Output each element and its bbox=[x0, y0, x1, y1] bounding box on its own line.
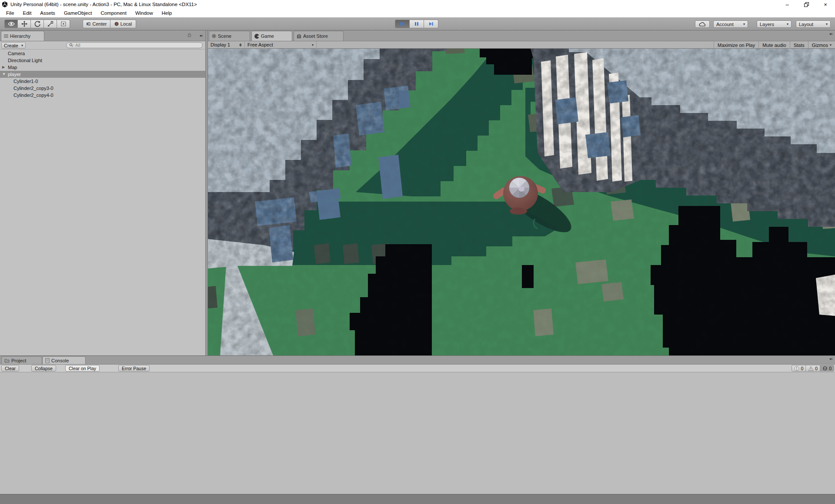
item-label: Cylinder1-0 bbox=[13, 78, 38, 85]
restore-button[interactable] bbox=[797, 0, 816, 9]
error-pause-toggle[interactable]: Error Pause bbox=[118, 365, 150, 371]
display-dropdown[interactable]: Display 1 bbox=[208, 41, 245, 49]
tab-game[interactable]: Game bbox=[251, 31, 292, 41]
tab-asset-store[interactable]: Asset Store bbox=[294, 31, 344, 41]
tab-hierarchy[interactable]: Hierarchy bbox=[1, 31, 44, 41]
mute-audio-toggle[interactable]: Mute audio bbox=[758, 41, 789, 49]
error-filter-button[interactable]: 0 bbox=[820, 365, 834, 371]
asset-store-icon bbox=[297, 34, 301, 39]
account-dropdown[interactable]: Account▾ bbox=[713, 20, 748, 28]
pause-button[interactable] bbox=[409, 20, 424, 28]
scale-tool-icon bbox=[47, 21, 53, 27]
console-tab-strip: Project Console ▾≡ bbox=[0, 356, 835, 365]
collapse-toggle[interactable]: Collapse bbox=[31, 365, 56, 371]
clear-on-play-toggle[interactable]: Clear on Play bbox=[65, 365, 100, 371]
menu-help[interactable]: Help bbox=[157, 9, 177, 17]
hierarchy-panel: Hierarchy ▾≡ Create▾ Camera Directional … bbox=[0, 30, 205, 355]
hierarchy-item-map[interactable]: ▶Map bbox=[0, 64, 205, 71]
pivot-toggle-button[interactable]: Center bbox=[83, 20, 110, 28]
hierarchy-search bbox=[66, 42, 203, 48]
search-input[interactable] bbox=[75, 43, 200, 48]
hierarchy-item-camera[interactable]: Camera bbox=[0, 50, 205, 57]
layout-label: Layout bbox=[799, 22, 813, 27]
rect-tool-icon bbox=[60, 21, 67, 27]
clear-button[interactable]: Clear bbox=[1, 365, 19, 371]
hand-tool-button[interactable] bbox=[4, 20, 18, 28]
folder-icon bbox=[4, 358, 10, 363]
pane-menu-icon[interactable]: ▾≡ bbox=[200, 34, 203, 38]
pause-icon bbox=[414, 21, 419, 27]
create-dropdown[interactable]: Create▾ bbox=[1, 42, 26, 49]
restore-icon bbox=[804, 2, 809, 7]
console-panel: Project Console ▾≡ Clear Collapse Clear … bbox=[0, 355, 835, 494]
chevron-down-icon: ▾ bbox=[312, 43, 314, 47]
chevron-down-icon: ▾ bbox=[830, 43, 832, 47]
warning-filter-button[interactable]: 0 bbox=[805, 365, 820, 371]
hand-tool-icon bbox=[8, 21, 15, 27]
menu-file[interactable]: File bbox=[2, 9, 19, 17]
step-button[interactable] bbox=[424, 20, 438, 28]
minimize-button[interactable]: – bbox=[778, 0, 797, 9]
unity-editor-window: Unity Personal (64bit) - scene.unity - A… bbox=[0, 0, 835, 504]
hierarchy-item-cylinder2-copy4[interactable]: Cylinder2_copy4-0 bbox=[0, 92, 205, 99]
move-tool-icon bbox=[21, 21, 27, 27]
rotate-tool-button[interactable] bbox=[30, 20, 44, 28]
rect-tool-button[interactable] bbox=[57, 20, 70, 28]
info-filter-button[interactable]: 0 bbox=[792, 365, 806, 371]
move-tool-button[interactable] bbox=[17, 20, 31, 28]
tab-game-label: Game bbox=[261, 33, 274, 39]
account-label: Account bbox=[716, 22, 734, 27]
item-label: Map bbox=[8, 64, 17, 71]
tab-console-label: Console bbox=[51, 358, 69, 363]
game-panel: Scene Game Asset Store ▾≡ Display 1 Free… bbox=[208, 30, 835, 355]
aspect-dropdown[interactable]: Free Aspect ▾ bbox=[245, 41, 317, 49]
error-icon bbox=[822, 366, 828, 371]
menu-gameobject[interactable]: GameObject bbox=[60, 9, 97, 17]
hierarchy-toolbar: Create▾ bbox=[0, 41, 205, 50]
tab-scene[interactable]: Scene bbox=[209, 31, 250, 41]
expander-expanded-icon[interactable]: ▼ bbox=[2, 71, 6, 78]
pane-menu-icon[interactable]: ▾≡ bbox=[829, 32, 832, 36]
close-button[interactable]: × bbox=[816, 0, 835, 9]
layers-dropdown[interactable]: Layers▾ bbox=[757, 20, 792, 28]
item-label: Cylinder2_copy3-0 bbox=[13, 85, 53, 92]
expander-collapsed-icon[interactable]: ▶ bbox=[2, 64, 5, 71]
game-viewport[interactable] bbox=[208, 49, 835, 355]
hierarchy-item-cylinder1[interactable]: Cylinder1-0 bbox=[0, 78, 205, 85]
cloud-services-button[interactable] bbox=[695, 20, 710, 28]
menu-window[interactable]: Window bbox=[131, 9, 157, 17]
layout-dropdown[interactable]: Layout▾ bbox=[796, 20, 831, 28]
tab-console[interactable]: Console bbox=[42, 356, 86, 364]
scale-tool-button[interactable] bbox=[43, 20, 57, 28]
maximize-on-play-toggle[interactable]: Maximize on Play bbox=[714, 41, 758, 49]
chevron-down-icon: ▾ bbox=[21, 43, 23, 47]
console-log-area[interactable] bbox=[0, 372, 835, 494]
menu-edit[interactable]: Edit bbox=[19, 9, 36, 17]
hierarchy-item-directional-light[interactable]: Directional Light bbox=[0, 57, 205, 64]
gizmos-dropdown[interactable]: Gizmos▾ bbox=[808, 41, 835, 49]
menu-component[interactable]: Component bbox=[96, 9, 130, 17]
globe-icon bbox=[114, 22, 119, 26]
window-title: Unity Personal (64bit) - scene.unity - A… bbox=[10, 2, 197, 7]
hierarchy-item-cylinder2-copy3[interactable]: Cylinder2_copy3-0 bbox=[0, 85, 205, 92]
display-label: Display 1 bbox=[210, 42, 230, 47]
updown-arrows-icon bbox=[239, 43, 242, 46]
step-icon bbox=[428, 21, 434, 27]
menu-assets[interactable]: Assets bbox=[36, 9, 60, 17]
tab-project[interactable]: Project bbox=[1, 356, 42, 364]
play-button[interactable] bbox=[395, 20, 410, 28]
layers-label: Layers bbox=[760, 22, 774, 27]
create-label: Create bbox=[4, 43, 18, 48]
stats-toggle[interactable]: Stats bbox=[790, 41, 808, 49]
hierarchy-tab-strip: Hierarchy ▾≡ bbox=[0, 30, 205, 41]
info-icon bbox=[794, 366, 799, 371]
lock-icon[interactable] bbox=[187, 33, 191, 37]
game-icon bbox=[254, 34, 259, 39]
list-icon bbox=[4, 34, 8, 38]
cloud-icon bbox=[699, 22, 706, 27]
hierarchy-item-player[interactable]: ▼player bbox=[0, 71, 205, 78]
item-label: Cylinder2_copy4-0 bbox=[13, 92, 53, 99]
search-icon[interactable] bbox=[69, 43, 74, 47]
pane-menu-icon[interactable]: ▾≡ bbox=[829, 357, 832, 361]
space-toggle-button[interactable]: Local bbox=[110, 20, 136, 28]
